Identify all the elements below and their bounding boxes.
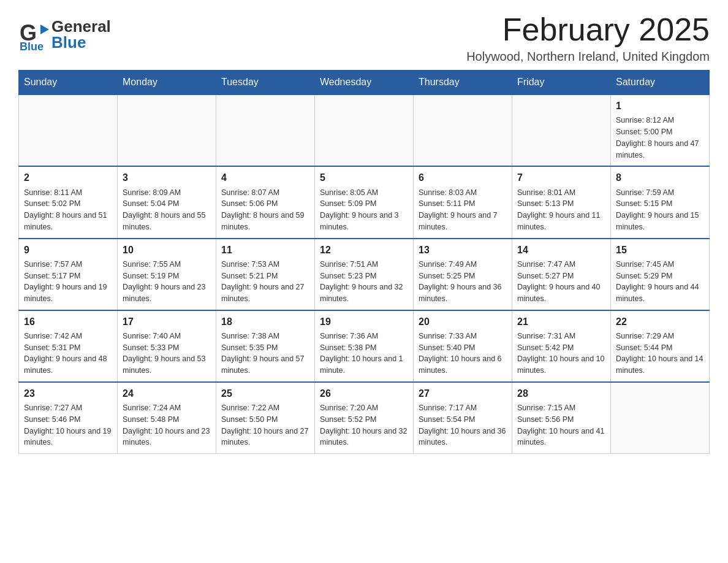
calendar-cell: 11Sunrise: 7:53 AM Sunset: 5:21 PM Dayli… <box>216 239 315 310</box>
day-number: 22 <box>616 315 704 329</box>
day-number: 23 <box>24 386 112 400</box>
calendar-week-row: 16Sunrise: 7:42 AM Sunset: 5:31 PM Dayli… <box>19 310 710 382</box>
day-number: 6 <box>419 170 507 185</box>
day-number: 5 <box>320 170 408 185</box>
calendar-cell: 14Sunrise: 7:47 AM Sunset: 5:27 PM Dayli… <box>512 239 611 310</box>
day-number: 15 <box>616 243 704 257</box>
day-info: Sunrise: 7:42 AM Sunset: 5:31 PM Dayligh… <box>24 331 112 377</box>
day-info: Sunrise: 8:09 AM Sunset: 5:04 PM Dayligh… <box>123 187 211 233</box>
day-info: Sunrise: 7:57 AM Sunset: 5:17 PM Dayligh… <box>24 259 112 305</box>
day-number: 27 <box>419 386 507 400</box>
day-info: Sunrise: 7:45 AM Sunset: 5:29 PM Dayligh… <box>616 259 704 305</box>
day-number: 4 <box>221 170 309 185</box>
day-info: Sunrise: 7:55 AM Sunset: 5:19 PM Dayligh… <box>123 259 211 305</box>
calendar-cell: 20Sunrise: 7:33 AM Sunset: 5:40 PM Dayli… <box>414 310 512 382</box>
day-number: 8 <box>616 170 704 185</box>
day-info: Sunrise: 7:29 AM Sunset: 5:44 PM Dayligh… <box>616 331 704 377</box>
calendar-cell: 12Sunrise: 7:51 AM Sunset: 5:23 PM Dayli… <box>315 239 414 310</box>
calendar-week-row: 1Sunrise: 8:12 AM Sunset: 5:00 PM Daylig… <box>19 94 710 166</box>
day-number: 19 <box>320 315 408 329</box>
day-number: 10 <box>123 243 211 257</box>
header-tuesday: Tuesday <box>216 71 315 95</box>
day-number: 9 <box>24 243 112 257</box>
logo-general-text: General <box>51 18 111 34</box>
calendar-cell: 15Sunrise: 7:45 AM Sunset: 5:29 PM Dayli… <box>611 239 710 310</box>
calendar-cell <box>19 94 118 166</box>
day-info: Sunrise: 7:17 AM Sunset: 5:54 PM Dayligh… <box>419 402 507 448</box>
day-info: Sunrise: 7:33 AM Sunset: 5:40 PM Dayligh… <box>419 331 507 377</box>
header-monday: Monday <box>118 71 216 95</box>
svg-marker-1 <box>40 25 49 34</box>
calendar-cell: 19Sunrise: 7:36 AM Sunset: 5:38 PM Dayli… <box>315 310 414 382</box>
day-number: 14 <box>517 243 605 257</box>
day-info: Sunrise: 7:15 AM Sunset: 5:56 PM Dayligh… <box>517 402 605 448</box>
calendar-cell: 16Sunrise: 7:42 AM Sunset: 5:31 PM Dayli… <box>19 310 118 382</box>
logo-blue-text: Blue <box>51 34 111 50</box>
day-info: Sunrise: 7:24 AM Sunset: 5:48 PM Dayligh… <box>123 402 211 448</box>
calendar-cell: 22Sunrise: 7:29 AM Sunset: 5:44 PM Dayli… <box>611 310 710 382</box>
day-number: 24 <box>123 386 211 400</box>
day-info: Sunrise: 7:53 AM Sunset: 5:21 PM Dayligh… <box>221 259 309 305</box>
calendar-cell <box>611 382 710 454</box>
calendar-cell <box>414 94 512 166</box>
calendar-cell: 2Sunrise: 8:11 AM Sunset: 5:02 PM Daylig… <box>19 166 118 238</box>
day-info: Sunrise: 7:27 AM Sunset: 5:46 PM Dayligh… <box>24 402 112 448</box>
day-number: 26 <box>320 386 408 400</box>
month-title: February 2025 <box>466 12 710 47</box>
day-number: 3 <box>123 170 211 185</box>
svg-text:Blue: Blue <box>20 40 44 50</box>
calendar-cell: 8Sunrise: 7:59 AM Sunset: 5:15 PM Daylig… <box>611 166 710 238</box>
day-number: 28 <box>517 386 605 400</box>
calendar-cell: 24Sunrise: 7:24 AM Sunset: 5:48 PM Dayli… <box>118 382 216 454</box>
calendar-week-row: 9Sunrise: 7:57 AM Sunset: 5:17 PM Daylig… <box>19 239 710 310</box>
day-info: Sunrise: 7:22 AM Sunset: 5:50 PM Dayligh… <box>221 402 309 448</box>
calendar-week-row: 23Sunrise: 7:27 AM Sunset: 5:46 PM Dayli… <box>19 382 710 454</box>
day-info: Sunrise: 8:11 AM Sunset: 5:02 PM Dayligh… <box>24 187 112 233</box>
header-wednesday: Wednesday <box>315 71 414 95</box>
calendar-cell <box>118 94 216 166</box>
calendar-cell: 23Sunrise: 7:27 AM Sunset: 5:46 PM Dayli… <box>19 382 118 454</box>
day-number: 11 <box>221 243 309 257</box>
weekday-header-row: Sunday Monday Tuesday Wednesday Thursday… <box>19 71 710 95</box>
day-info: Sunrise: 7:38 AM Sunset: 5:35 PM Dayligh… <box>221 331 309 377</box>
calendar-cell: 5Sunrise: 8:05 AM Sunset: 5:09 PM Daylig… <box>315 166 414 238</box>
calendar-table: Sunday Monday Tuesday Wednesday Thursday… <box>18 70 710 454</box>
calendar-cell: 27Sunrise: 7:17 AM Sunset: 5:54 PM Dayli… <box>414 382 512 454</box>
day-number: 13 <box>419 243 507 257</box>
calendar-cell: 13Sunrise: 7:49 AM Sunset: 5:25 PM Dayli… <box>414 239 512 310</box>
calendar-cell: 28Sunrise: 7:15 AM Sunset: 5:56 PM Dayli… <box>512 382 611 454</box>
title-section: February 2025 Holywood, Northern Ireland… <box>466 12 710 64</box>
day-number: 20 <box>419 315 507 329</box>
day-info: Sunrise: 7:51 AM Sunset: 5:23 PM Dayligh… <box>320 259 408 305</box>
calendar-cell <box>315 94 414 166</box>
day-number: 1 <box>616 99 704 113</box>
calendar-cell: 9Sunrise: 7:57 AM Sunset: 5:17 PM Daylig… <box>19 239 118 310</box>
day-info: Sunrise: 8:12 AM Sunset: 5:00 PM Dayligh… <box>616 115 704 161</box>
day-info: Sunrise: 7:40 AM Sunset: 5:33 PM Dayligh… <box>123 331 211 377</box>
calendar-cell: 21Sunrise: 7:31 AM Sunset: 5:42 PM Dayli… <box>512 310 611 382</box>
calendar-cell: 10Sunrise: 7:55 AM Sunset: 5:19 PM Dayli… <box>118 239 216 310</box>
calendar-cell: 4Sunrise: 8:07 AM Sunset: 5:06 PM Daylig… <box>216 166 315 238</box>
page-header: G Blue General Blue February 2025 Holywo… <box>18 12 710 64</box>
calendar-cell: 17Sunrise: 7:40 AM Sunset: 5:33 PM Dayli… <box>118 310 216 382</box>
location-text: Holywood, Northern Ireland, United Kingd… <box>466 50 710 64</box>
day-info: Sunrise: 8:03 AM Sunset: 5:11 PM Dayligh… <box>419 187 507 233</box>
day-number: 21 <box>517 315 605 329</box>
logo: G Blue General Blue <box>18 18 111 50</box>
header-friday: Friday <box>512 71 611 95</box>
calendar-cell: 6Sunrise: 8:03 AM Sunset: 5:11 PM Daylig… <box>414 166 512 238</box>
header-saturday: Saturday <box>611 71 710 95</box>
header-thursday: Thursday <box>414 71 512 95</box>
day-number: 2 <box>24 170 112 185</box>
day-info: Sunrise: 7:36 AM Sunset: 5:38 PM Dayligh… <box>320 331 408 377</box>
day-info: Sunrise: 8:05 AM Sunset: 5:09 PM Dayligh… <box>320 187 408 233</box>
day-number: 7 <box>517 170 605 185</box>
calendar-cell <box>512 94 611 166</box>
calendar-cell: 7Sunrise: 8:01 AM Sunset: 5:13 PM Daylig… <box>512 166 611 238</box>
calendar-cell <box>216 94 315 166</box>
calendar-cell: 18Sunrise: 7:38 AM Sunset: 5:35 PM Dayli… <box>216 310 315 382</box>
calendar-cell: 25Sunrise: 7:22 AM Sunset: 5:50 PM Dayli… <box>216 382 315 454</box>
day-number: 12 <box>320 243 408 257</box>
day-info: Sunrise: 7:59 AM Sunset: 5:15 PM Dayligh… <box>616 187 704 233</box>
calendar-cell: 1Sunrise: 8:12 AM Sunset: 5:00 PM Daylig… <box>611 94 710 166</box>
